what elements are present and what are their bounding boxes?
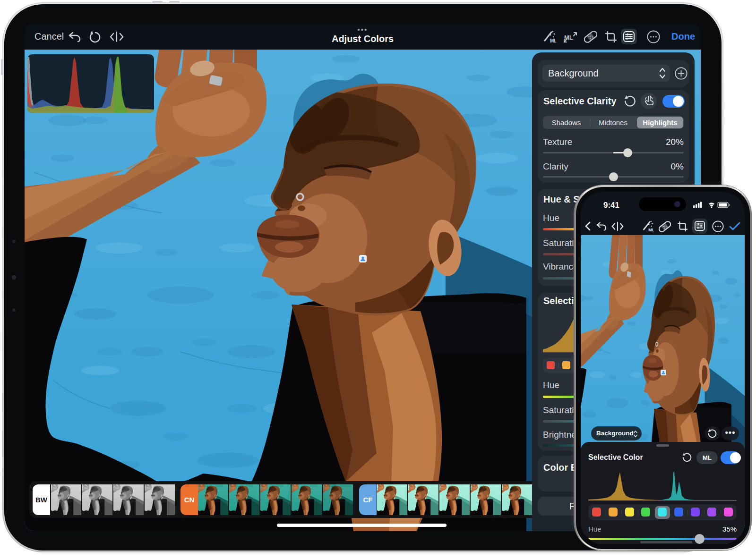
- svg-text:ML: ML: [648, 228, 654, 232]
- svg-text:ML: ML: [550, 38, 556, 43]
